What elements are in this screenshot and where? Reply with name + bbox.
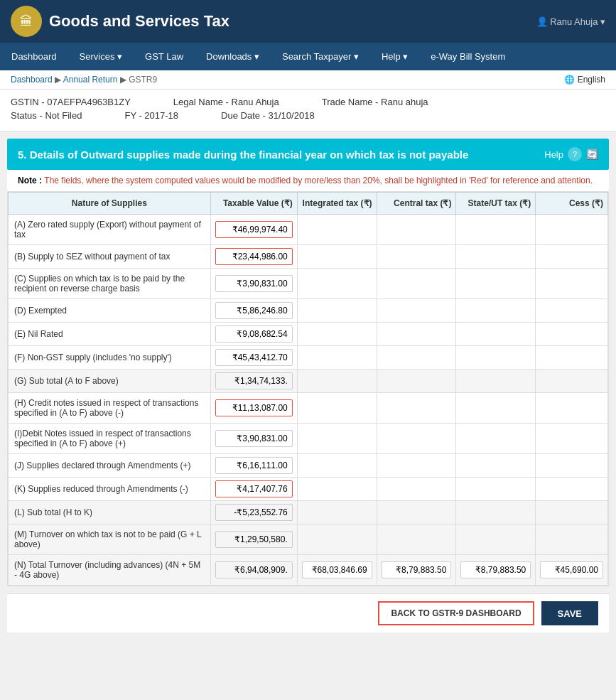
row-central-A: [377, 215, 456, 245]
input-cess-N[interactable]: [540, 561, 603, 578]
input-taxable-N[interactable]: [215, 561, 293, 578]
input-taxable-L[interactable]: [215, 504, 293, 521]
row-nature-G: (G) Sub total (A to F above): [9, 370, 211, 393]
save-button[interactable]: SAVE: [541, 601, 598, 625]
row-integrated-M: [297, 524, 377, 555]
row-taxable-N[interactable]: [210, 555, 297, 586]
input-taxable-G[interactable]: [215, 372, 293, 389]
refresh-icon[interactable]: 🔄: [586, 149, 598, 160]
table-row: (M) Turnover on which tax is not to be p…: [9, 524, 608, 555]
input-central-N[interactable]: [382, 561, 452, 578]
input-integrated-N[interactable]: [302, 561, 372, 578]
input-taxable-E[interactable]: [215, 325, 293, 343]
row-central-D: [377, 299, 456, 323]
nav-search-taxpayer[interactable]: Search Taxpayer ▾: [271, 43, 370, 70]
row-taxable-E[interactable]: [210, 323, 297, 346]
note-text: The fields, where the system computed va…: [44, 176, 593, 185]
row-taxable-L[interactable]: [210, 501, 297, 524]
row-central-E: [377, 323, 456, 346]
language-label: English: [578, 75, 605, 85]
breadcrumb-annual-return[interactable]: Annual Return: [63, 75, 118, 85]
breadcrumb-dashboard[interactable]: Dashboard: [11, 75, 53, 85]
row-taxable-F[interactable]: [210, 346, 297, 370]
row-cess-H: [536, 393, 608, 424]
table-row: (C) Supplies on which tax is to be paid …: [9, 269, 608, 299]
row-state-E: [456, 323, 536, 346]
input-taxable-K[interactable]: [215, 480, 293, 497]
header-taxable: Taxable Value (₹): [210, 193, 297, 215]
row-nature-J: (J) Supplies declared through Amendments…: [9, 454, 211, 478]
row-nature-H: (H) Credit notes issued in respect of tr…: [9, 393, 211, 424]
row-taxable-H[interactable]: [210, 393, 297, 424]
row-state-C: [456, 269, 536, 299]
row-cess-C: [536, 269, 608, 299]
row-integrated-G: [297, 370, 377, 393]
row-taxable-I[interactable]: [210, 424, 297, 454]
row-nature-F: (F) Non-GST supply (includes 'no supply'…: [9, 346, 211, 370]
nav-help[interactable]: Help ▾: [370, 43, 419, 70]
row-taxable-A[interactable]: [210, 215, 297, 245]
note-bar: Note : The fields, where the system comp…: [7, 170, 609, 191]
help-icon[interactable]: ?: [568, 147, 582, 161]
gstin-info: GSTIN - 07AEFPA4963B1ZY: [11, 97, 131, 107]
section-header: 5. Details of Outward supplies made duri…: [7, 139, 609, 170]
language-selector[interactable]: 🌐 English: [564, 75, 605, 85]
nav-downloads[interactable]: Downloads ▾: [195, 43, 271, 70]
row-cess-A: [536, 215, 608, 245]
row-state-H: [456, 393, 536, 424]
legal-name-info: Legal Name - Ranu Ahuja: [173, 97, 279, 107]
input-state-N[interactable]: [460, 561, 531, 578]
row-state-I: [456, 424, 536, 454]
fy-info: FY - 2017-18: [124, 110, 178, 121]
input-taxable-D[interactable]: [215, 302, 293, 319]
nav-gst-law[interactable]: GST Law: [134, 43, 195, 70]
table-row: (D) Exempted: [9, 299, 608, 323]
row-taxable-J[interactable]: [210, 454, 297, 478]
row-nature-N: (N) Total Turnover (including advances) …: [9, 555, 211, 586]
row-central-N[interactable]: [377, 555, 456, 586]
input-taxable-A[interactable]: [215, 221, 293, 238]
table-row: (F) Non-GST supply (includes 'no supply'…: [9, 346, 608, 370]
nav-eway[interactable]: e-Way Bill System: [419, 43, 517, 70]
due-date-info: Due Date - 31/10/2018: [221, 110, 315, 121]
row-taxable-G[interactable]: [210, 370, 297, 393]
input-taxable-I[interactable]: [215, 430, 293, 447]
row-cess-N[interactable]: [536, 555, 608, 586]
row-taxable-C[interactable]: [210, 269, 297, 299]
input-taxable-J[interactable]: [215, 457, 293, 474]
trade-name-info: Trade Name - Ranu ahuja: [322, 97, 428, 107]
row-state-B: [456, 245, 536, 269]
logo-icon: 🏛: [11, 6, 42, 37]
table-row: (E) Nil Rated: [9, 323, 608, 346]
row-cess-B: [536, 245, 608, 269]
row-central-M: [377, 524, 456, 555]
input-taxable-H[interactable]: [215, 399, 293, 416]
row-taxable-D[interactable]: [210, 299, 297, 323]
back-to-dashboard-button[interactable]: BACK TO GSTR-9 DASHBOARD: [378, 601, 534, 625]
row-cess-K: [536, 478, 608, 501]
input-taxable-C[interactable]: [215, 275, 293, 292]
row-taxable-M[interactable]: [210, 524, 297, 555]
input-taxable-M[interactable]: [215, 531, 293, 548]
table-row: (H) Credit notes issued in respect of tr…: [9, 393, 608, 424]
row-taxable-B[interactable]: [210, 245, 297, 269]
row-integrated-H: [297, 393, 377, 424]
row-state-N[interactable]: [456, 555, 536, 586]
row-nature-K: (K) Supplies reduced through Amendments …: [9, 478, 211, 501]
row-state-G: [456, 370, 536, 393]
row-taxable-K[interactable]: [210, 478, 297, 501]
row-integrated-C: [297, 269, 377, 299]
row-cess-M: [536, 524, 608, 555]
nav-services[interactable]: Services ▾: [68, 43, 134, 70]
input-taxable-F[interactable]: [215, 349, 293, 366]
nav-dashboard[interactable]: Dashboard: [0, 43, 68, 70]
row-state-J: [456, 454, 536, 478]
row-nature-D: (D) Exempted: [9, 299, 211, 323]
header-state: State/UT tax (₹): [456, 193, 536, 215]
row-cess-L: [536, 501, 608, 524]
row-nature-B: (B) Supply to SEZ without payment of tax: [9, 245, 211, 269]
row-integrated-N[interactable]: [297, 555, 377, 586]
row-cess-G: [536, 370, 608, 393]
footer-buttons: BACK TO GSTR-9 DASHBOARD SAVE: [7, 593, 609, 632]
input-taxable-B[interactable]: [215, 248, 293, 265]
